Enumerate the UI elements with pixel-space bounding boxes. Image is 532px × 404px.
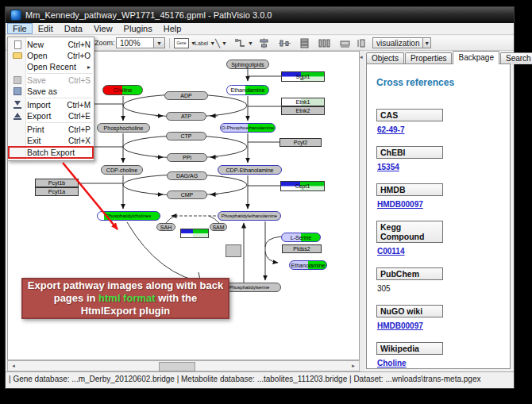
node-label: Ptdss2 [293,246,310,252]
pathway-node-cept1[interactable]: Cept1 [280,181,325,191]
stack-horizontal-button[interactable] [318,37,330,48]
callout-line2: pages in html format with the [54,292,198,305]
pathway-node-sam[interactable]: SAM [210,223,227,231]
pathway-node-pcyt2[interactable]: Pcyt2 [279,138,322,147]
zoom-combobox[interactable]: 100% ▼ [116,37,165,48]
node-label: Sphingolipids [231,62,264,67]
xref-link-hmdb[interactable]: HMDB00097 [377,200,500,209]
menu-item-label: Open [27,51,67,60]
pathway-node-atp[interactable]: ATP [166,112,206,121]
pathway-node-cdp-ethanolamine[interactable]: CDP-Ethanolamine [218,165,282,175]
pathway-node-choline-top[interactable]: Choline [102,85,143,95]
visualization-combobox[interactable]: visualization ▼ [372,37,431,48]
node-label: Pcyt1a [48,189,65,194]
menu-separator [27,98,92,98]
menu-item-export[interactable]: ExportCtrl+E [8,110,94,121]
zoom-value: 100% [117,39,153,48]
pathway-node-gray-box[interactable] [226,244,241,257]
tab-backpage[interactable]: Backpage [453,51,499,64]
scroll-right-icon[interactable]: ▸ [349,362,358,370]
pathway-node-ethanolamine-bottom[interactable]: Ethanolamine [289,260,327,270]
scale-width-button[interactable] [339,37,351,48]
menu-item-shortcut: Ctrl+O [67,52,91,60]
node-label: Ethanolamine [231,87,265,93]
pathway-node-pcyt1b[interactable]: Pcyt1b [35,179,79,187]
menu-item-open[interactable]: OpenCtrl+O [8,50,94,61]
node-label: Etnk2 [296,108,310,114]
scroll-left-icon[interactable]: ◂ [9,362,18,370]
menu-item-new[interactable]: NewCtrl+N [8,39,94,50]
pathway-node-sah[interactable]: SAH [156,223,175,231]
align-center-button[interactable] [258,37,270,48]
screenshot-root: Mm_Kennedy_pathway_WP1771_45176.gpml - P… [0,0,532,404]
tab-search[interactable]: Search [500,52,532,64]
pathway-node-pcyt1a[interactable]: Pcyt1a [35,187,79,196]
canvas-horizontal-scrollbar[interactable]: ◂ ▸ [7,360,360,371]
pathway-node-cdp-choline[interactable]: CDP-choline [101,165,143,175]
menu-item-label: Open Recent [27,62,87,71]
stack-vertical-button[interactable] [299,37,310,48]
menu-item-print[interactable]: PrintCtrl+P [8,124,94,135]
xref-link-nugo-wiki[interactable]: HMDB00097 [377,321,500,330]
add-label-button[interactable]: Label ▼ [195,37,215,48]
node-label: Phosphatidylethanolamine [222,214,277,218]
pathway-node-cmp[interactable]: CMP [167,190,207,199]
menu-item-exit[interactable]: ExitCtrl+X [8,135,94,146]
scale-height-button[interactable] [357,37,368,48]
pathway-node-sphingolipids[interactable]: Sphingolipids [226,60,269,69]
menu-item-save[interactable]: SaveCtrl+S [8,75,94,86]
xref-link-wikipedia[interactable]: Choline [377,359,500,367]
menu-item-batch-export[interactable]: Batch Export [8,146,94,159]
chevron-down-icon[interactable]: ▼ [248,40,253,46]
collapse-arrow-icon[interactable]: ◂ [360,54,363,60]
scrollbar-thumb[interactable] [159,362,195,371]
pathway-node-gene-partial[interactable] [180,229,209,238]
menubar-item-data[interactable]: Data [59,23,88,34]
pathway-node-sgpl1[interactable]: Sgpl1 [281,71,325,82]
menubar-item-file[interactable]: File [7,23,33,34]
pathway-node-adp[interactable]: ADP [164,91,208,100]
menu-item-save-as[interactable]: Save as [8,86,94,97]
node-label: Cept1 [295,183,310,189]
menu-item-import[interactable]: ImportCtrl+M [8,99,94,110]
chevron-down-icon[interactable]: ▼ [153,38,164,48]
menu-item-open-recent[interactable]: Open Recent▸ [8,61,94,72]
draw-connector-button[interactable]: ▼ [234,37,253,48]
pathway-node-ctp[interactable]: CTP [166,132,206,140]
pathway-node-ethanolamine-top[interactable]: Ethanolamine [226,85,269,95]
tab-objects[interactable]: Objects [366,52,404,64]
pathway-node-ptdss2[interactable]: Ptdss2 [282,244,322,253]
pathway-node-phosphatidylcholines[interactable]: Phosphatidylcholines [97,211,160,221]
node-label: Phosphatidylcholines [106,214,151,218]
xref-link-chebi[interactable]: 15354 [377,163,500,171]
pathway-node-l-serine[interactable]: L-Serine [281,233,321,242]
pathway-node-phosphatidylethanolamine[interactable]: Phosphatidylethanolamine [218,211,281,221]
menubar-item-edit[interactable]: Edit [33,23,59,34]
stack-horizontal-icon [318,38,330,48]
node-label: Ethanolamine [291,263,326,268]
menubar-item-view[interactable]: View [88,23,118,34]
node-label: ADP [180,93,191,98]
align-middle-button[interactable] [279,37,291,48]
pathway-node-etnk1[interactable]: Etnk1 [281,98,325,106]
xref-link-kegg-compound[interactable]: C00114 [377,247,500,256]
tab-properties[interactable]: Properties [405,52,453,64]
pathway-node-phosphocholine[interactable]: Phosphocholine [97,123,150,133]
chevron-down-icon[interactable]: ▼ [222,40,227,46]
pathway-node-o-phosphoethanolamine[interactable]: O-Phosphoethanolamine [220,123,276,133]
node-label: Pcyt1b [48,180,65,186]
pathway-node-etnk2[interactable]: Etnk2 [281,106,325,115]
add-gene-button[interactable]: Gene ▼ [174,37,196,48]
draw-line-button[interactable]: ╲ ▼ [215,37,227,48]
menubar-item-help[interactable]: Help [158,23,187,34]
save-as-icon [10,87,25,95]
xref-link-cas[interactable]: 62-49-7 [377,125,500,134]
pathway-node-ppi[interactable]: PPi [167,153,207,162]
chevron-down-icon[interactable]: ▼ [422,38,430,48]
xref-header-hmdb: HMDB [376,183,443,196]
node-label: Phosphatidylserine [229,285,270,290]
scale-width-icon [339,38,351,48]
pathway-node-dag[interactable]: DAG/AG [167,171,207,180]
menubar-item-plugins[interactable]: Plugins [118,23,158,34]
menu-item-label: Batch Export [27,148,89,157]
